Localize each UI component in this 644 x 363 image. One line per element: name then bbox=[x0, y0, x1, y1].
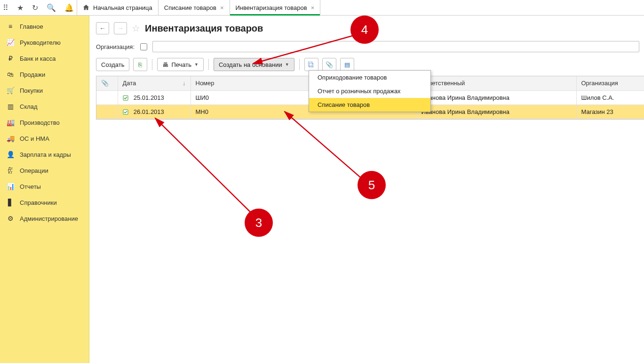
org-input[interactable] bbox=[152, 41, 639, 52]
truck-icon: 🚚 bbox=[7, 135, 14, 142]
toolbar-separator bbox=[208, 59, 209, 70]
sidebar-item-production[interactable]: 🏭Производство bbox=[0, 114, 89, 130]
nav-back-button[interactable]: ← bbox=[96, 22, 109, 34]
sidebar-item-catalogs[interactable]: ▋Справочники bbox=[0, 194, 89, 210]
person-icon: 👤 bbox=[7, 151, 14, 158]
bell-icon[interactable]: 🔔 bbox=[64, 3, 74, 12]
sidebar-item-manager[interactable]: 📈Руководителю bbox=[0, 34, 89, 50]
sidebar-item-label: Главное bbox=[20, 23, 43, 30]
annotation-bubble-4: 4 bbox=[350, 16, 379, 44]
sidebar-item-label: Руководителю bbox=[20, 39, 61, 46]
tab-inventory[interactable]: Инвентаризация товаров × bbox=[230, 0, 321, 15]
cell-date: 26.01.2013 bbox=[134, 108, 164, 115]
tab-writeoff[interactable]: Списание товаров × bbox=[159, 0, 230, 15]
chevron-down-icon: ▼ bbox=[194, 62, 199, 67]
sidebar-item-label: Производство bbox=[20, 119, 60, 126]
nav-forward-button[interactable]: → bbox=[114, 22, 127, 34]
sidebar-item-reports[interactable]: 📊Отчеты bbox=[0, 178, 89, 194]
sidebar-item-label: Справочники bbox=[20, 199, 57, 206]
org-label: Организация: bbox=[96, 43, 135, 50]
create-button-label: Создать bbox=[101, 61, 124, 68]
sidebar-item-operations[interactable]: ДтКтОперации bbox=[0, 162, 89, 178]
history-icon[interactable]: ↻ bbox=[32, 3, 38, 12]
col-header-org[interactable]: Организация bbox=[576, 76, 644, 90]
create-based-on-button[interactable]: Создать на основании▼ bbox=[214, 58, 294, 71]
tab-inventory-label: Инвентаризация товаров bbox=[236, 4, 307, 11]
sidebar-item-purchases[interactable]: 🛒Покупки bbox=[0, 82, 89, 98]
menu-item-receipt[interactable]: Оприходование товаров bbox=[309, 71, 430, 84]
favorite-star-icon[interactable]: ☆ bbox=[132, 23, 140, 34]
list-settings-button[interactable]: ▤ bbox=[340, 58, 354, 71]
annotation-bubble-5: 5 bbox=[358, 171, 386, 199]
col-header-responsible[interactable]: Ответственный bbox=[416, 76, 576, 90]
sidebar-item-warehouse[interactable]: ▥Склад bbox=[0, 98, 89, 114]
create-button[interactable]: Создать bbox=[96, 58, 129, 71]
cell-org: Шилов С.А. bbox=[576, 90, 644, 105]
doc-posted-icon bbox=[123, 109, 130, 115]
toolbar-separator bbox=[299, 59, 300, 70]
attach-button[interactable]: 📎 bbox=[322, 58, 336, 71]
apps-icon[interactable]: ⠿ bbox=[3, 3, 8, 12]
sidebar-item-admin[interactable]: ⚙Администрирование bbox=[0, 210, 89, 226]
create-based-on-label: Создать на основании bbox=[219, 61, 282, 68]
sidebar-item-label: Операции bbox=[20, 167, 48, 174]
sidebar-item-bank[interactable]: ₽Банк и касса bbox=[0, 50, 89, 66]
col-header-number-label: Номер bbox=[196, 80, 215, 87]
print-button-label: Печать bbox=[171, 61, 191, 68]
toolbar: Создать ⎘ 🖶Печать▼ Создать на основании▼… bbox=[96, 58, 644, 71]
tab-home-label: Начальная страница bbox=[93, 4, 152, 11]
copy-button[interactable]: ⎘ bbox=[133, 58, 147, 71]
tree-icon: ⿻ bbox=[308, 61, 314, 68]
bars-icon: 📊 bbox=[7, 183, 14, 190]
cart-icon: 🛒 bbox=[7, 87, 14, 94]
chevron-down-icon: ▼ bbox=[285, 62, 289, 67]
sidebar-item-sales[interactable]: 🛍Продажи bbox=[0, 66, 89, 82]
menu-item-retail-report[interactable]: Отчет о розничных продажах bbox=[309, 84, 430, 98]
menu-item-label: Отчет о розничных продажах bbox=[318, 88, 401, 95]
sidebar-item-label: Зарплата и кадры bbox=[20, 151, 71, 158]
sidebar: ≡Главное 📈Руководителю ₽Банк и касса 🛍Пр… bbox=[0, 16, 89, 363]
cell-org: Магазин 23 bbox=[576, 105, 644, 119]
menu-item-writeoff[interactable]: Списание товаров bbox=[309, 98, 430, 112]
sidebar-item-main[interactable]: ≡Главное bbox=[0, 18, 89, 34]
cell-responsible: Иванова Ирина Владимировна bbox=[416, 105, 576, 119]
related-docs-button[interactable]: ⿻ bbox=[304, 58, 318, 71]
copy-icon: ⎘ bbox=[138, 61, 142, 68]
system-icons: ⠿ ★ ↻ 🔍 🔔 bbox=[0, 0, 77, 15]
toolbar-separator bbox=[152, 59, 152, 70]
col-header-date-label: Дата bbox=[123, 80, 136, 87]
printer-icon: 🖶 bbox=[162, 61, 168, 68]
list-icon: ▤ bbox=[344, 61, 350, 68]
col-header-date[interactable]: Дата↓ bbox=[118, 76, 191, 90]
close-icon[interactable]: × bbox=[311, 4, 315, 11]
dkkt-icon: ДтКт bbox=[7, 167, 14, 174]
ruble-icon: ₽ bbox=[7, 55, 14, 62]
tab-home[interactable]: Начальная страница bbox=[77, 0, 159, 15]
sidebar-item-assets[interactable]: 🚚ОС и НМА bbox=[0, 130, 89, 146]
sidebar-item-label: Отчеты bbox=[20, 183, 41, 190]
search-icon[interactable]: 🔍 bbox=[47, 3, 56, 12]
close-icon[interactable]: × bbox=[220, 4, 224, 11]
col-header-org-label: Организация bbox=[581, 80, 618, 87]
paperclip-icon: 📎 bbox=[326, 61, 333, 68]
org-checkbox[interactable] bbox=[140, 43, 147, 50]
bag-icon: 🛍 bbox=[7, 71, 14, 78]
gear-icon: ⚙ bbox=[7, 215, 14, 222]
sidebar-item-label: Покупки bbox=[20, 87, 43, 94]
svg-line-2 bbox=[155, 118, 256, 218]
sidebar-item-label: Склад bbox=[20, 103, 38, 110]
main-area: ← → ☆ Инвентаризация товаров Организация… bbox=[89, 16, 644, 363]
chart-icon: 📈 bbox=[7, 39, 14, 46]
favorite-icon[interactable]: ★ bbox=[17, 3, 24, 12]
cell-responsible: Иванова Ирина Владимировна bbox=[416, 90, 576, 105]
paperclip-icon: 📎 bbox=[101, 80, 109, 87]
sort-asc-icon: ↓ bbox=[183, 80, 186, 87]
tab-writeoff-label: Списание товаров bbox=[164, 4, 216, 11]
book-icon: ▋ bbox=[7, 199, 14, 206]
svg-line-4 bbox=[285, 112, 369, 185]
sidebar-item-hr[interactable]: 👤Зарплата и кадры bbox=[0, 146, 89, 162]
col-header-clip[interactable]: 📎 bbox=[96, 76, 118, 90]
home-icon bbox=[83, 4, 89, 11]
print-button[interactable]: 🖶Печать▼ bbox=[157, 58, 204, 71]
page-title: Инвентаризация товаров bbox=[145, 23, 263, 34]
